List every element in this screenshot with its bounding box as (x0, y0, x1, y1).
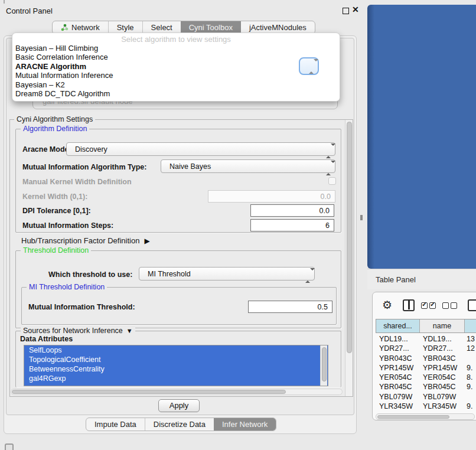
network-icon (61, 24, 69, 31)
tab-infer-network[interactable]: Infer Network (214, 418, 276, 431)
algorithm-option[interactable]: Bayesian – Hill Climbing (12, 44, 340, 53)
tab-label: Impute Data (94, 420, 136, 429)
spinner-icon (305, 270, 310, 281)
inference-combobox-fragment[interactable] (299, 57, 319, 75)
table-cell: YPR145W (379, 363, 413, 373)
table-row[interactable]: YBR045CYBR045C9. (376, 382, 476, 392)
mi-threshold-field[interactable]: 0.5 (248, 301, 332, 313)
minimized-panel-icon[interactable] (5, 444, 14, 450)
attribute-item[interactable]: BetweennessCentrality (24, 364, 328, 374)
table-cell: YBR045C (423, 382, 456, 392)
kernel-width-field[interactable]: 0.0 (208, 190, 335, 203)
scrollbar-thumb[interactable] (377, 415, 449, 419)
dpi-tolerance-field[interactable]: 0.0 (250, 204, 334, 217)
tab-network[interactable]: Network (53, 21, 108, 34)
mi-steps-field[interactable]: 6 (250, 219, 334, 231)
tab-label: Discretize Data (154, 420, 206, 429)
which-threshold-combobox[interactable]: MI Threshold (139, 267, 315, 281)
algorithm-definition-title: Algorithm Definition (21, 125, 89, 133)
data-attributes-list[interactable]: SelfLoopsTopologicalCoefficientBetweenne… (24, 345, 328, 386)
dpi-tolerance-label: DPI Tolerance [0,1]: (22, 207, 91, 215)
aracne-mode-value: Discovery (75, 145, 107, 154)
table-row[interactable]: YPR145WYPR145W9. (376, 363, 476, 373)
table-cell: YDR27... (423, 344, 453, 353)
table-row[interactable]: YIL052CYIL052C0. (376, 411, 476, 413)
unchecked-checkbox-icon[interactable] (442, 302, 449, 309)
table-cell: 9. (467, 382, 472, 392)
partial-column-icon[interactable] (468, 299, 476, 311)
table-row[interactable]: YBL079WYBL079W (376, 392, 476, 402)
settings-vertical-scrollbar[interactable] (345, 120, 353, 396)
algorithm-option[interactable]: ARACNE Algorithm (12, 62, 340, 71)
tab-discretize-data[interactable]: Discretize Data (145, 418, 214, 431)
table-cell: YER054C (423, 373, 456, 382)
algorithm-option[interactable]: Basic Correlation Inference (12, 53, 340, 61)
scrollbar-thumb[interactable] (12, 390, 286, 394)
algorithm-option[interactable]: Mutual Information Inference (12, 71, 340, 80)
table-cell: YDL19... (379, 334, 408, 344)
checked-checkbox-icon[interactable]: ✓ (421, 302, 428, 309)
table-cell: 13 (467, 334, 475, 344)
table-row[interactable]: YDR27...YDR27...12 (376, 344, 476, 353)
mi-type-combobox[interactable]: Naive Bayes (161, 159, 335, 173)
gear-icon[interactable]: ⚙ (382, 298, 392, 312)
hub-definition-toggle[interactable]: Hub/Transcription Factor Definition▶ (21, 236, 150, 245)
tab-impute-data[interactable]: Impute Data (86, 418, 145, 431)
column-header-name[interactable]: name (420, 319, 465, 332)
column-header-extra[interactable] (465, 319, 476, 332)
apply-button[interactable]: Apply (158, 399, 200, 412)
algorithm-options-list: Bayesian – Hill ClimbingBasic Correlatio… (12, 44, 340, 98)
algorithm-option[interactable]: Bayesian – K2 (12, 80, 340, 89)
checked-checkbox-icon[interactable]: ✓ (429, 302, 436, 309)
table-cell: YLR345W (423, 402, 457, 411)
column-header-shared[interactable]: shared... (376, 319, 420, 332)
attribute-item[interactable]: TopologicalCoefficient (24, 355, 328, 364)
which-threshold-label: Which threshold to use: (48, 270, 132, 279)
aracne-mode-label: Aracne Mode: (22, 145, 71, 154)
attribute-item[interactable]: SelfLoops (24, 345, 328, 355)
mi-steps-label: Mutual Information Steps: (22, 221, 113, 230)
table-cell: YDL19... (423, 334, 452, 344)
table-row[interactable]: YER054CYER054C8. (376, 373, 476, 382)
table-cell: 9. (467, 363, 472, 373)
algorithm-option[interactable]: Dream8 DC_TDC Algorithm (12, 89, 340, 98)
tab-style[interactable]: Style (108, 21, 142, 34)
table-cell: YDR27... (379, 344, 409, 353)
close-panel-icon[interactable]: ✕ (352, 5, 359, 14)
float-panel-icon[interactable] (343, 8, 349, 14)
scrollbar-thumb[interactable] (322, 347, 327, 381)
mi-threshold-title: MI Threshold Definition (27, 283, 107, 291)
table-row[interactable]: YBR043CYBR043C (376, 354, 476, 363)
table-cell: YIL052C (379, 411, 408, 413)
table-body[interactable]: YDL19...YDL19...13YDR27...YDR27...12YBR0… (376, 334, 476, 413)
table-cell: 9. (467, 402, 472, 411)
settings-horizontal-scrollbar[interactable] (11, 389, 343, 395)
table-cell: YBR043C (379, 354, 412, 363)
check-mark: ✓ (430, 301, 435, 308)
sources-title[interactable]: Sources for Network Inference▼ (21, 327, 135, 335)
tab-jactivemnodules[interactable]: jActiveMNodules (241, 21, 315, 34)
table-row[interactable]: YLR345WYLR345W9. (376, 402, 476, 411)
table-cell: YBL079W (423, 392, 456, 402)
kernel-width-label: Kernel Width (0,1): (22, 193, 87, 201)
table-horizontal-scrollbar[interactable] (376, 413, 475, 420)
mi-threshold-label: Mutual Information Threshold: (28, 303, 135, 311)
application-window: Control Panel ✕ NetworkStyleSelectCyni T… (0, 0, 476, 450)
scrollbar-thumb[interactable] (347, 122, 352, 353)
attribute-item[interactable]: gal4RGexp (24, 374, 328, 383)
kernel-width-value: 0.0 (321, 193, 331, 201)
split-columns-icon[interactable] (403, 299, 415, 311)
unchecked-checkbox-icon[interactable] (451, 302, 457, 309)
threshold-definition-title: Threshold Definition (21, 246, 91, 255)
tab-select[interactable]: Select (142, 21, 181, 34)
tab-cyni-toolbox[interactable]: Cyni Toolbox (181, 21, 241, 34)
network-window-frame[interactable]: GALGAL80GAL10GAL1GAL11SWI4GAL4GCY1HAP4YH… (367, 5, 476, 269)
split-pane-grip[interactable] (360, 215, 363, 220)
manual-kernel-checkbox[interactable] (328, 177, 336, 185)
window-edge-tick (4, 0, 5, 4)
attributes-scrollbar[interactable] (320, 345, 327, 386)
aracne-mode-combobox[interactable]: Discovery (66, 142, 335, 156)
table-row[interactable]: YDL19...YDL19...13 (376, 334, 476, 344)
table-cell: 0. (467, 411, 472, 413)
collapsed-arrow-icon: ▶ (144, 237, 149, 245)
